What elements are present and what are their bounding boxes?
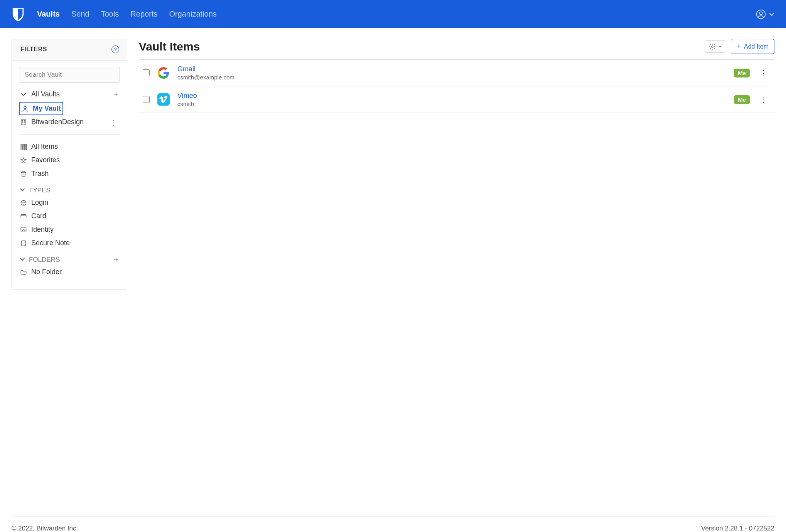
- add-item-label: Add Item: [744, 43, 769, 50]
- caret-down-icon: [718, 45, 722, 49]
- item-more-icon[interactable]: ⋮: [757, 94, 771, 105]
- id-icon: [20, 226, 27, 233]
- settings-button[interactable]: [705, 40, 726, 53]
- vault-item-row: VimeocsmithMe⋮: [139, 86, 774, 113]
- type-label: Login: [31, 197, 48, 208]
- star-icon: [20, 157, 27, 164]
- vault-all-vaults-label: All Vaults: [31, 89, 60, 99]
- brand-shield-icon[interactable]: [12, 7, 25, 22]
- svg-rect-6: [22, 122, 23, 123]
- type-label: Card: [31, 211, 46, 221]
- svg-point-21: [22, 229, 24, 231]
- svg-rect-24: [22, 241, 26, 246]
- svg-rect-11: [21, 146, 22, 148]
- nav-link-organizations[interactable]: Organizations: [169, 10, 216, 19]
- footer: © 2022, Bitwarden Inc. Version 2.28.1 - …: [12, 517, 774, 532]
- svg-rect-8: [21, 144, 22, 146]
- svg-rect-15: [23, 148, 25, 150]
- svg-rect-14: [21, 148, 22, 150]
- globe-icon: [20, 199, 27, 206]
- vault-bitwardendesign[interactable]: BitwardenDesign: [19, 115, 120, 129]
- vault-item-row: Gmailcsmith@example.comMe⋮: [139, 60, 774, 86]
- filter-favorites[interactable]: Favorites: [19, 153, 120, 167]
- types-header-label: TYPES: [29, 187, 51, 194]
- user-icon: [21, 105, 29, 112]
- folder-no-folder[interactable]: No Folder: [19, 265, 120, 279]
- plus-icon: +: [737, 42, 741, 51]
- search-input[interactable]: [19, 67, 120, 83]
- type-card[interactable]: Card: [19, 209, 120, 223]
- item-subtitle: csmith: [177, 101, 727, 107]
- user-circle-icon: [756, 9, 766, 19]
- vault-all-vaults[interactable]: All Vaults +: [19, 88, 120, 101]
- filter-label: Favorites: [31, 155, 60, 165]
- folder-label: No Folder: [31, 267, 62, 277]
- chevron-down-icon: [20, 256, 25, 264]
- svg-rect-18: [21, 214, 26, 218]
- svg-point-2: [24, 106, 26, 109]
- folders-header[interactable]: FOLDERS +: [19, 254, 120, 265]
- filters-header: FILTERS ?: [12, 39, 127, 61]
- owner-badge: Me: [734, 95, 750, 104]
- item-checkbox[interactable]: [143, 69, 150, 76]
- filters-sidebar: FILTERS ? All Vaults + My VaultBitwarden…: [12, 39, 127, 290]
- svg-point-1: [759, 12, 762, 15]
- trash-icon: [20, 170, 27, 177]
- type-secure-note[interactable]: Secure Note: [19, 236, 120, 250]
- svg-rect-10: [25, 144, 27, 146]
- item-name-link[interactable]: Gmail: [177, 65, 727, 73]
- svg-rect-13: [25, 146, 27, 148]
- svg-point-25: [712, 45, 713, 47]
- grid-icon: [20, 143, 27, 150]
- chevron-down-icon: [769, 12, 774, 17]
- owner-badge: Me: [734, 69, 750, 77]
- gear-icon: [709, 43, 716, 50]
- svg-rect-26: [157, 93, 170, 106]
- filter-label: Trash: [31, 168, 49, 179]
- note-icon: [20, 240, 27, 247]
- vimeo-icon: [157, 93, 170, 106]
- types-header[interactable]: TYPES: [19, 185, 120, 196]
- filters-title: FILTERS: [20, 46, 47, 53]
- filter-label: All Items: [31, 141, 58, 152]
- add-item-button[interactable]: + Add Item: [731, 39, 774, 54]
- filter-trash[interactable]: Trash: [19, 167, 120, 180]
- nav-link-send[interactable]: Send: [71, 10, 89, 19]
- nav-link-reports[interactable]: Reports: [130, 10, 157, 19]
- svg-rect-9: [23, 144, 25, 146]
- svg-rect-12: [23, 146, 25, 148]
- type-identity[interactable]: Identity: [19, 223, 120, 236]
- google-icon: [157, 66, 170, 80]
- folders-header-label: FOLDERS: [29, 256, 60, 264]
- type-label: Secure Note: [31, 238, 70, 248]
- vault-label: My Vault: [33, 103, 61, 114]
- item-subtitle: csmith@example.com: [177, 74, 727, 81]
- chevron-down-icon: [20, 92, 27, 97]
- add-folder-icon[interactable]: +: [114, 256, 118, 264]
- item-name-link[interactable]: Vimeo: [177, 92, 727, 100]
- filter-all-items[interactable]: All Items: [19, 140, 120, 153]
- svg-rect-7: [24, 122, 25, 123]
- page-title: Vault Items: [139, 40, 200, 53]
- chevron-down-icon: [20, 187, 25, 194]
- footer-version: Version 2.28.1 - 0722522: [701, 525, 774, 532]
- footer-copyright: © 2022, Bitwarden Inc.: [12, 525, 78, 532]
- nav-links: VaultsSendToolsReportsOrganizations: [37, 10, 744, 19]
- nav-link-tools[interactable]: Tools: [101, 10, 119, 19]
- type-label: Identity: [31, 224, 54, 235]
- svg-rect-5: [24, 120, 25, 121]
- main-content: Vault Items + Add Item Gmailcsmith@examp…: [139, 39, 774, 497]
- nav-link-vaults[interactable]: Vaults: [37, 10, 60, 19]
- top-nav: VaultsSendToolsReportsOrganizations: [0, 0, 786, 28]
- account-menu[interactable]: [756, 9, 774, 19]
- folder-icon: [20, 269, 27, 276]
- svg-rect-4: [22, 120, 23, 121]
- card-icon: [20, 213, 27, 220]
- help-icon[interactable]: ?: [111, 45, 119, 53]
- type-login[interactable]: Login: [19, 196, 120, 209]
- item-more-icon[interactable]: ⋮: [757, 67, 771, 78]
- item-checkbox[interactable]: [143, 96, 150, 103]
- vault-my-vault[interactable]: My Vault: [19, 102, 63, 115]
- vault-label: BitwardenDesign: [31, 117, 84, 127]
- add-vault-icon[interactable]: +: [114, 89, 118, 100]
